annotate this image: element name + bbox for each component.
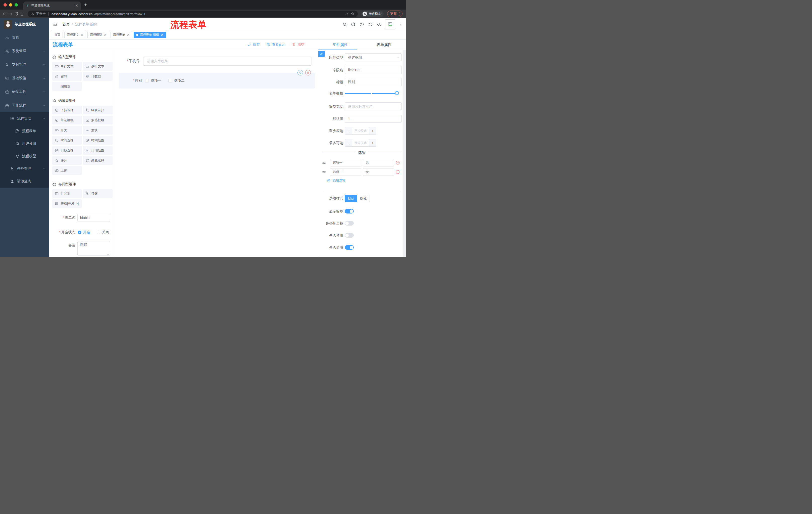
checkbox-icon[interactable]: [168, 79, 172, 82]
component-counter[interactable]: 计数器: [83, 72, 113, 81]
stepper-input[interactable]: 至少应选: [352, 127, 369, 134]
component-select[interactable]: 下拉选择: [52, 106, 82, 114]
component-date-range[interactable]: 日期范围: [83, 146, 113, 155]
grid-slider[interactable]: [345, 93, 399, 94]
window-close-button[interactable]: [3, 3, 7, 6]
remove-option-icon[interactable]: [396, 170, 400, 174]
component-upload[interactable]: 上传: [52, 166, 82, 175]
component-password[interactable]: 密码: [52, 72, 82, 81]
component-table-dev[interactable]: 表格[开发中]: [52, 199, 82, 208]
tag-process-model[interactable]: 流程模型✕: [87, 32, 109, 38]
default-value-input[interactable]: [345, 115, 402, 123]
label-width-input[interactable]: [345, 102, 402, 110]
form-name-input[interactable]: [77, 214, 110, 222]
option-1-label-input[interactable]: [330, 159, 361, 166]
sidebar-item-user-group[interactable]: 用户分组: [0, 137, 49, 150]
stepper-input[interactable]: 最多可选: [352, 139, 369, 146]
back-icon[interactable]: [2, 12, 7, 16]
tag-home[interactable]: 首页: [52, 32, 63, 38]
component-editor[interactable]: 编辑器: [52, 82, 82, 91]
option-2-value-input[interactable]: [363, 168, 394, 176]
save-button[interactable]: 保存: [247, 43, 260, 47]
style-default-button[interactable]: 默认: [345, 195, 357, 202]
component-slider[interactable]: 滑块: [83, 126, 113, 135]
checkbox-icon[interactable]: [145, 79, 149, 82]
stepper-plus-button[interactable]: +: [369, 139, 376, 146]
breadcrumb-home[interactable]: 首页: [63, 22, 69, 27]
form-remark-textarea[interactable]: 嘿嘿: [77, 241, 110, 256]
sidebar-fold-icon[interactable]: [53, 22, 58, 27]
chrome-update-button[interactable]: 更新: [387, 10, 403, 17]
option-1-value-input[interactable]: [363, 159, 394, 166]
sidebar-item-process-mgmt[interactable]: 流程管理: [0, 112, 49, 125]
sidebar-item-process-model[interactable]: 流程模型: [0, 150, 49, 162]
component-time-range[interactable]: 时间范围: [83, 136, 113, 144]
field-phone-input[interactable]: [143, 57, 312, 65]
font-size-icon[interactable]: [377, 22, 381, 27]
avatar-caret-icon[interactable]: [399, 23, 403, 26]
bookmark-star-icon[interactable]: [351, 12, 355, 16]
component-date-picker[interactable]: 日期选择: [52, 146, 82, 155]
add-option-button[interactable]: 添加选项: [327, 177, 345, 184]
tag-close-icon[interactable]: ✕: [81, 33, 83, 36]
radio-status-off[interactable]: 关闭: [97, 230, 109, 235]
avatar[interactable]: [385, 19, 395, 29]
tag-close-icon[interactable]: ✕: [161, 33, 164, 36]
address-bar[interactable]: 不安全 dashboard.yudao.iocoder.cn/bpm/manag…: [28, 10, 358, 17]
show-label-toggle[interactable]: [345, 209, 354, 214]
component-single-line-text[interactable]: 单行文本: [52, 62, 82, 71]
search-icon[interactable]: [343, 22, 347, 27]
delete-field-button[interactable]: [305, 70, 311, 76]
drag-handle-icon[interactable]: [322, 161, 326, 165]
component-cascader[interactable]: 级联选择: [83, 106, 113, 114]
tag-process-form[interactable]: 流程表单✕: [111, 32, 132, 38]
browser-tab[interactable]: 芋道管理系统 ✕: [23, 1, 81, 9]
tab-form-props[interactable]: 表单属性: [362, 39, 406, 50]
component-type-select[interactable]: 多选框组: [345, 53, 402, 61]
component-switch[interactable]: 开关: [52, 126, 82, 135]
github-icon[interactable]: [351, 22, 355, 27]
tab-close-icon[interactable]: ✕: [75, 3, 78, 7]
component-checkbox-group[interactable]: 多选框组: [83, 116, 113, 125]
chrome-menu-icon[interactable]: [399, 12, 400, 16]
title-input[interactable]: [345, 78, 402, 86]
sidebar-item-leave-query[interactable]: 请假查询: [0, 175, 49, 188]
component-radio-group[interactable]: 单选框组: [52, 116, 82, 125]
component-color-picker[interactable]: 颜色选择: [83, 156, 113, 165]
sidebar-item-workflow[interactable]: 工作流程: [0, 99, 49, 112]
component-multi-line-text[interactable]: 多行文本: [83, 62, 113, 71]
password-key-icon[interactable]: [345, 12, 349, 16]
duplicate-field-button[interactable]: [297, 70, 303, 76]
stepper-minus-button[interactable]: −: [345, 127, 352, 134]
window-minimize-button[interactable]: [9, 3, 12, 6]
component-button[interactable]: 按钮: [83, 189, 113, 198]
sidebar-item-home[interactable]: 首页: [0, 31, 49, 44]
slider-handle[interactable]: [395, 91, 399, 95]
stepper-plus-button[interactable]: +: [369, 127, 376, 134]
tag-close-icon[interactable]: ✕: [104, 33, 107, 36]
remove-option-icon[interactable]: [396, 160, 400, 165]
tag-process-definition[interactable]: 流程定义✕: [64, 32, 86, 38]
sidebar-item-devtools[interactable]: 研发工具: [0, 85, 49, 99]
option-2-label-input[interactable]: [330, 168, 361, 176]
drag-handle-icon[interactable]: [322, 170, 326, 174]
component-row-container[interactable]: 行容器: [52, 189, 82, 198]
window-zoom-button[interactable]: [14, 3, 18, 6]
sidebar-item-infra[interactable]: 基础设施: [0, 72, 49, 85]
sidebar-item-task-mgmt[interactable]: 任务管理: [0, 162, 49, 175]
disabled-toggle[interactable]: [345, 233, 354, 238]
reload-icon[interactable]: [14, 12, 18, 16]
new-tab-button[interactable]: +: [84, 2, 87, 7]
radio-status-on[interactable]: 开启: [78, 230, 90, 235]
style-button-button[interactable]: 按钮: [357, 195, 370, 202]
required-toggle[interactable]: [345, 245, 354, 250]
component-time-picker[interactable]: 时间选择: [52, 136, 82, 144]
gender-option-1[interactable]: 选项一: [145, 78, 161, 83]
component-rate[interactable]: 评分: [52, 156, 82, 165]
field-gender-selected[interactable]: *性别 选项一 选项二: [119, 73, 315, 88]
inspector-scrollbar[interactable]: [403, 50, 406, 257]
forward-icon[interactable]: [8, 12, 12, 16]
view-json-button[interactable]: 查看json: [266, 43, 285, 47]
with-border-toggle[interactable]: [345, 221, 354, 225]
form-canvas[interactable]: *手机号 *性别 选项一 选项二: [114, 50, 318, 257]
